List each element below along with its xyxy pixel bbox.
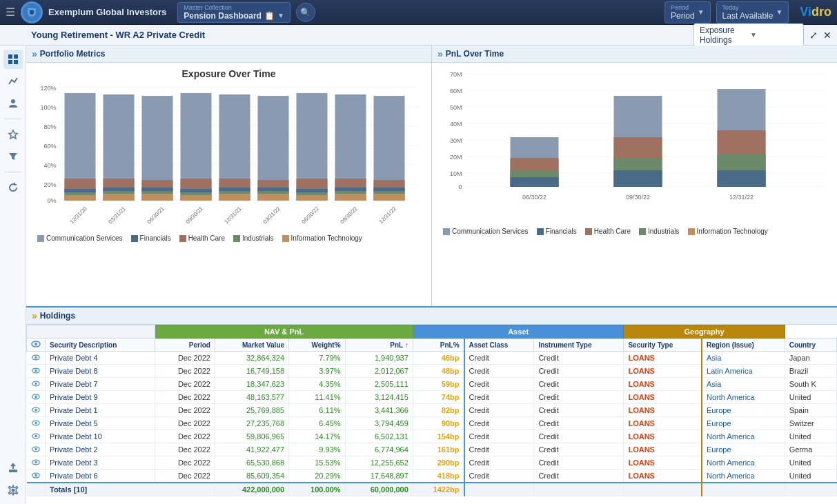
row-asset-class-3: Credit (464, 391, 534, 404)
row-eye-0[interactable] (27, 352, 46, 365)
pnl-legend-infotech: Information Technology (688, 228, 768, 235)
totals-instrument (534, 483, 624, 496)
row-eye-6[interactable] (27, 430, 46, 443)
hamburger-menu[interactable]: ☰ (6, 6, 15, 19)
row-market-value-5: 27,235,768 (215, 417, 288, 430)
pnl-legend-industrials: Industrials (639, 228, 680, 235)
sidebar-item-refresh[interactable] (3, 178, 23, 197)
svg-rect-62 (335, 188, 366, 191)
row-eye-3[interactable] (27, 391, 46, 404)
totals-security (624, 483, 702, 496)
close-button[interactable]: ✕ (823, 30, 831, 41)
sidebar-item-settings[interactable] (3, 481, 23, 500)
th-pnl[interactable]: PnL ↑ (345, 339, 413, 352)
row-security-type-1: LOANS (624, 365, 702, 378)
svg-rect-66 (374, 194, 405, 201)
table-row[interactable]: Private Debt 1 Dec 2022 25,769,885 6.11%… (27, 404, 837, 417)
brand-logo: Vidro (800, 5, 831, 19)
today-selector[interactable]: Today Last Available ▼ (716, 1, 789, 23)
table-row[interactable]: Private Debt 3 Dec 2022 65,530,868 15.53… (27, 456, 837, 470)
collection-selector[interactable]: Master Collection Pension Dashboard 📋 ▼ (177, 2, 291, 23)
svg-point-125 (35, 448, 37, 450)
th-market-value[interactable]: Market Value (215, 339, 288, 352)
exposure-chart: 120% 100% 80% 60% 40% 20% 0% (32, 82, 426, 227)
svg-text:20M: 20M (450, 154, 462, 161)
table-row[interactable]: Private Debt 10 Dec 2022 59,806,965 14.1… (27, 430, 837, 443)
row-weight-2: 4.35% (289, 378, 345, 391)
row-country-4: Spain (785, 404, 836, 417)
table-row[interactable]: Private Debt 9 Dec 2022 48,163,577 11.41… (27, 391, 837, 404)
table-row[interactable]: Private Debt 5 Dec 2022 27,235,768 6.45%… (27, 417, 837, 430)
th-country[interactable]: Country (785, 339, 836, 352)
table-row[interactable]: Private Debt 6 Dec 2022 85,609,354 20.29… (27, 470, 837, 483)
expand-button[interactable]: ⤢ (809, 30, 818, 41)
row-period-4: Dec 2022 (155, 404, 215, 417)
row-eye-5[interactable] (27, 417, 46, 430)
sidebar-item-grid[interactable] (3, 50, 23, 69)
column-group-row: NAV & PnL Asset Geography (27, 325, 837, 339)
row-eye-2[interactable] (27, 378, 46, 391)
exposure-chart-title: Exposure Over Time (32, 68, 426, 79)
row-pnl-3: 3,124,415 (345, 391, 413, 404)
row-eye-1[interactable] (27, 365, 46, 378)
row-eye-9[interactable] (27, 470, 46, 483)
search-button[interactable]: 🔍 (296, 3, 315, 22)
legend-financials-label: Financials (140, 234, 171, 242)
sidebar-item-star[interactable] (3, 125, 23, 144)
row-pnl-pct-1: 48bp (413, 365, 464, 378)
portfolio-expand-icon[interactable]: » (32, 48, 37, 59)
row-period-5: Dec 2022 (155, 417, 215, 430)
th-security-desc[interactable]: Security Description (46, 339, 155, 352)
th-pnl-pct[interactable]: PnL% (413, 339, 464, 352)
row-period-0: Dec 2022 (155, 352, 215, 365)
period-selector[interactable]: Period Period ▼ (664, 1, 711, 23)
pnl-expand-icon[interactable]: » (437, 48, 443, 59)
pnl-legend-financials-label: Financials (546, 228, 577, 235)
row-market-value-8: 65,530,868 (215, 456, 288, 470)
holdings-expand-icon[interactable]: » (32, 310, 37, 321)
th-instrument-type[interactable]: Instrument Type (534, 339, 624, 352)
svg-text:12/31/22: 12/31/22 (378, 205, 398, 225)
svg-text:50M: 50M (450, 104, 462, 111)
row-desc-5: Private Debt 5 (46, 417, 155, 430)
sidebar-item-chart[interactable] (3, 72, 23, 91)
row-asset-class-2: Credit (464, 378, 534, 391)
svg-text:0: 0 (458, 183, 462, 190)
totals-label: Totals [10] (46, 483, 215, 496)
th-security-type[interactable]: Security Type (624, 339, 702, 352)
row-country-1: Brazil (785, 365, 836, 378)
holdings-table-wrapper[interactable]: NAV & PnL Asset Geography Security Descr… (26, 325, 837, 504)
svg-point-113 (35, 370, 37, 372)
row-desc-3: Private Debt 9 (46, 391, 155, 404)
totals-country (785, 483, 836, 496)
today-arrow: ▼ (776, 8, 782, 16)
th-period[interactable]: Period (155, 339, 215, 352)
th-asset-class[interactable]: Asset Class (464, 339, 534, 352)
svg-rect-1 (8, 54, 12, 59)
sidebar-item-person[interactable] (3, 94, 23, 113)
row-security-type-5: LOANS (624, 417, 702, 430)
th-region[interactable]: Region (Issue) (702, 339, 785, 352)
row-eye-7[interactable] (27, 443, 46, 456)
dropdown-arrow-icon: ▼ (750, 31, 798, 39)
row-weight-6: 14.17% (289, 430, 345, 443)
table-row[interactable]: Private Debt 8 Dec 2022 16,749,158 3.97%… (27, 365, 837, 378)
row-eye-8[interactable] (27, 456, 46, 470)
th-nav-asset: Asset (413, 325, 624, 339)
sidebar-item-upload[interactable] (3, 458, 23, 478)
sidebar-item-filter[interactable] (3, 147, 23, 166)
row-pnl-pct-7: 161bp (413, 443, 464, 456)
svg-text:100%: 100% (40, 104, 56, 111)
table-row[interactable]: Private Debt 2 Dec 2022 41,922,477 9.93%… (27, 443, 837, 456)
table-row[interactable]: Private Debt 4 Dec 2022 32,864,324 7.79%… (27, 352, 837, 365)
svg-rect-31 (104, 194, 135, 201)
exposure-holdings-dropdown[interactable]: Exposure Holdings ▼ (693, 23, 804, 47)
svg-point-109 (35, 343, 37, 345)
row-instrument-type-9: Credit (534, 470, 624, 483)
table-row[interactable]: Private Debt 7 Dec 2022 18,347,623 4.35%… (27, 378, 837, 391)
pnl-legend-communication-label: Communication Services (452, 228, 529, 235)
th-weight[interactable]: Weight% (289, 339, 345, 352)
row-period-8: Dec 2022 (155, 456, 215, 470)
row-eye-4[interactable] (27, 404, 46, 417)
row-period-6: Dec 2022 (155, 430, 215, 443)
